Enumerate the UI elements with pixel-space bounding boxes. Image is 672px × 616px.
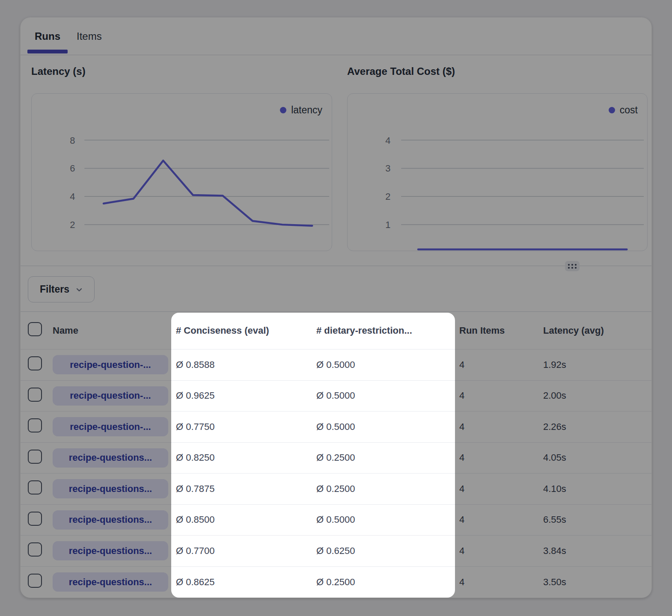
latency-line-chart: 2468 (32, 94, 332, 251)
run-items-value: 4 (459, 452, 543, 463)
dietary-restriction-value: Ø 0.2500 (316, 577, 459, 588)
cost-line-chart: 1234 (348, 94, 647, 251)
dietary-restriction-value: Ø 0.5000 (316, 390, 459, 401)
dietary-restriction-value: Ø 0.5000 (316, 421, 459, 432)
table-row[interactable]: recipe-questions... Ø 0.7875 Ø 0.2500 4 … (21, 474, 651, 505)
run-name-badge[interactable]: recipe-questions... (53, 572, 168, 592)
row-checkbox[interactable] (28, 418, 42, 432)
runs-table: Name # Conciseness (eval) # dietary-rest… (21, 311, 651, 598)
cost-chart-title: Average Total Cost ($) (347, 65, 455, 77)
tab-items-label: Items (77, 30, 102, 42)
run-name-badge[interactable]: recipe-questions... (53, 541, 168, 560)
table-row[interactable]: recipe-question-... Ø 0.8588 Ø 0.5000 4 … (21, 349, 651, 381)
run-items-value: 4 (459, 421, 543, 432)
grip-dots-icon (567, 263, 577, 270)
conciseness-value: Ø 0.8250 (176, 452, 316, 463)
row-checkbox[interactable] (28, 450, 42, 464)
run-name-badge[interactable]: recipe-question-... (53, 355, 168, 374)
conciseness-value: Ø 0.7700 (176, 545, 316, 557)
conciseness-value: Ø 0.8625 (176, 577, 316, 588)
latency-avg-value: 2.26s (543, 421, 651, 432)
latency-avg-value: 6.55s (543, 514, 651, 525)
row-checkbox[interactable] (28, 512, 42, 526)
svg-text:2: 2 (70, 219, 75, 230)
select-all-checkbox[interactable] (28, 322, 42, 336)
cost-chart-card: cost 1234 (347, 93, 648, 251)
svg-text:4: 4 (70, 191, 75, 202)
latency-avg-value: 3.50s (543, 577, 651, 588)
run-name-badge[interactable]: recipe-questions... (53, 448, 168, 468)
tab-runs[interactable]: Runs (27, 18, 68, 55)
cost-legend-dot-icon (609, 107, 615, 113)
latency-chart-title: Latency (s) (31, 65, 86, 77)
row-checkbox[interactable] (28, 388, 42, 402)
svg-text:3: 3 (385, 163, 390, 174)
run-items-value: 4 (459, 483, 543, 495)
svg-text:2: 2 (385, 191, 390, 202)
run-items-value: 4 (459, 514, 543, 525)
active-tab-underline (27, 50, 68, 53)
latency-legend: latency (280, 104, 322, 116)
run-name-badge[interactable]: recipe-questions... (53, 510, 168, 530)
run-items-value: 4 (459, 390, 543, 401)
conciseness-value: Ø 0.7875 (176, 483, 316, 495)
dietary-restriction-value: Ø 0.2500 (316, 452, 459, 463)
filters-button-label: Filters (40, 284, 69, 295)
table-row[interactable]: recipe-questions... Ø 0.8250 Ø 0.2500 4 … (21, 443, 651, 474)
cost-legend-label: cost (620, 104, 638, 116)
svg-text:6: 6 (70, 163, 75, 174)
latency-legend-dot-icon (280, 107, 286, 113)
column-header-name: Name (49, 325, 176, 336)
conciseness-value: Ø 0.7750 (176, 421, 316, 432)
column-header-latency-avg: Latency (avg) (543, 325, 651, 336)
svg-text:1: 1 (385, 219, 390, 230)
row-checkbox[interactable] (28, 542, 42, 557)
row-checkbox[interactable] (28, 480, 42, 495)
chevron-down-icon (74, 285, 84, 294)
conciseness-value: Ø 0.8588 (176, 359, 316, 370)
tab-runs-label: Runs (35, 30, 60, 42)
table-row[interactable]: recipe-question-... Ø 0.9625 Ø 0.5000 4 … (21, 381, 651, 412)
run-items-value: 4 (459, 359, 543, 370)
resize-grip-icon[interactable] (565, 261, 580, 271)
column-header-dietary-restriction: # dietary-restriction... (316, 325, 459, 336)
dietary-restriction-value: Ø 0.6250 (316, 545, 459, 557)
conciseness-value: Ø 0.8500 (176, 514, 316, 525)
latency-avg-value: 4.05s (543, 452, 651, 463)
table-row[interactable]: recipe-questions... Ø 0.7700 Ø 0.6250 4 … (21, 536, 651, 567)
filters-button[interactable]: Filters (28, 276, 95, 302)
dietary-restriction-value: Ø 0.5000 (316, 359, 459, 370)
svg-text:8: 8 (70, 135, 75, 146)
app-background: { "tabs": [ { "label": "Runs", "active":… (0, 0, 672, 616)
latency-avg-value: 3.84s (543, 545, 651, 557)
dietary-restriction-value: Ø 0.2500 (316, 483, 459, 495)
tab-items[interactable]: Items (69, 18, 109, 55)
row-checkbox[interactable] (28, 356, 42, 370)
run-name-badge[interactable]: recipe-question-... (53, 417, 168, 436)
runs-panel: Runs Items Latency (s) Average Total Cos… (20, 17, 652, 598)
run-items-value: 4 (459, 545, 543, 557)
column-header-conciseness: # Conciseness (eval) (176, 325, 316, 336)
row-checkbox[interactable] (28, 574, 42, 588)
svg-text:4: 4 (385, 135, 390, 146)
filters-row: Filters (21, 266, 651, 311)
latency-chart-card: latency 2468 (31, 93, 332, 251)
tab-bar: Runs Items (21, 18, 651, 55)
dietary-restriction-value: Ø 0.5000 (316, 514, 459, 525)
column-header-run-items: Run Items (459, 325, 543, 336)
table-header-row: Name # Conciseness (eval) # dietary-rest… (21, 312, 651, 349)
latency-avg-value: 2.00s (543, 390, 651, 401)
latency-avg-value: 4.10s (543, 483, 651, 495)
run-name-badge[interactable]: recipe-questions... (53, 479, 168, 498)
run-name-badge[interactable]: recipe-question-... (53, 386, 168, 406)
cost-legend: cost (609, 104, 638, 116)
header-checkbox-cell (28, 322, 49, 339)
charts-section: Latency (s) Average Total Cost ($) laten… (21, 55, 651, 266)
run-items-value: 4 (459, 577, 543, 588)
conciseness-value: Ø 0.9625 (176, 390, 316, 401)
table-row[interactable]: recipe-questions... Ø 0.8500 Ø 0.5000 4 … (21, 505, 651, 536)
table-row[interactable]: recipe-questions... Ø 0.8625 Ø 0.2500 4 … (21, 567, 651, 598)
table-row[interactable]: recipe-question-... Ø 0.7750 Ø 0.5000 4 … (21, 412, 651, 443)
latency-avg-value: 1.92s (543, 359, 651, 370)
latency-legend-label: latency (291, 104, 322, 116)
